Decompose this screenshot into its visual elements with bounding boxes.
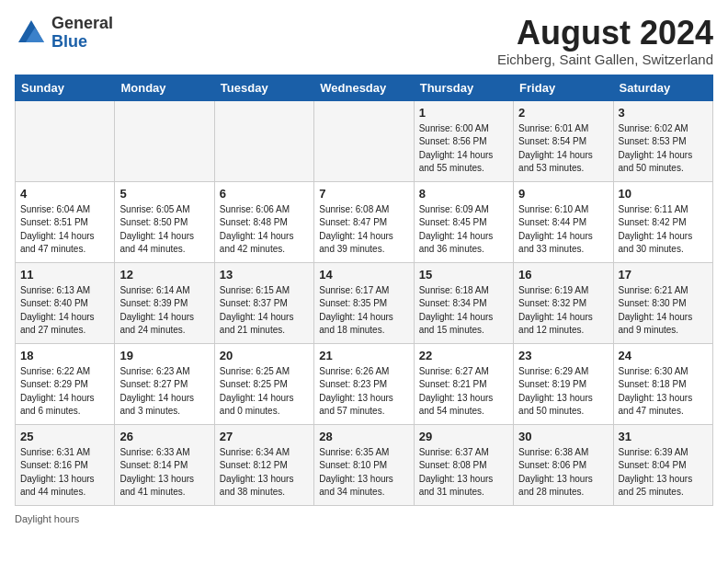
day-number: 22 — [419, 349, 508, 362]
calendar-cell: 30Sunrise: 6:38 AM Sunset: 8:06 PM Dayli… — [514, 424, 613, 505]
calendar-cell: 12Sunrise: 6:14 AM Sunset: 8:39 PM Dayli… — [115, 262, 214, 343]
location-subtitle: Eichberg, Saint Gallen, Switzerland — [497, 52, 713, 67]
day-number: 10 — [619, 187, 708, 201]
day-number: 5 — [119, 187, 209, 201]
day-info: Sunrise: 6:10 AM Sunset: 8:44 PM Dayligh… — [518, 203, 608, 257]
calendar-cell: 16Sunrise: 6:19 AM Sunset: 8:32 PM Dayli… — [514, 262, 613, 343]
day-info: Sunrise: 6:11 AM Sunset: 8:42 PM Dayligh… — [619, 203, 708, 257]
day-info: Sunrise: 6:27 AM Sunset: 8:21 PM Dayligh… — [419, 365, 508, 419]
day-info: Sunrise: 6:29 AM Sunset: 8:19 PM Dayligh… — [518, 365, 608, 419]
day-info: Sunrise: 6:35 AM Sunset: 8:10 PM Dayligh… — [319, 446, 408, 500]
day-info: Sunrise: 6:30 AM Sunset: 8:18 PM Dayligh… — [619, 365, 708, 419]
day-number: 26 — [119, 430, 209, 443]
calendar-cell: 22Sunrise: 6:27 AM Sunset: 8:21 PM Dayli… — [414, 343, 513, 424]
calendar-cell: 21Sunrise: 6:26 AM Sunset: 8:23 PM Dayli… — [314, 343, 414, 424]
day-number: 8 — [419, 187, 508, 201]
day-info: Sunrise: 6:15 AM Sunset: 8:37 PM Dayligh… — [220, 284, 309, 338]
calendar-cell: 14Sunrise: 6:17 AM Sunset: 8:35 PM Dayli… — [314, 262, 414, 343]
calendar-cell: 27Sunrise: 6:34 AM Sunset: 8:12 PM Dayli… — [214, 424, 313, 505]
col-header-sunday: Sunday — [16, 75, 115, 100]
calendar-cell: 19Sunrise: 6:23 AM Sunset: 8:27 PM Dayli… — [115, 343, 214, 424]
day-info: Sunrise: 6:38 AM Sunset: 8:06 PM Dayligh… — [518, 446, 608, 500]
calendar-cell: 15Sunrise: 6:18 AM Sunset: 8:34 PM Dayli… — [414, 262, 513, 343]
day-info: Sunrise: 6:14 AM Sunset: 8:39 PM Dayligh… — [119, 284, 209, 338]
calendar-cell: 11Sunrise: 6:13 AM Sunset: 8:40 PM Dayli… — [16, 262, 115, 343]
day-info: Sunrise: 6:26 AM Sunset: 8:23 PM Dayligh… — [319, 365, 408, 419]
day-number: 3 — [619, 106, 708, 120]
calendar-week-row: 1Sunrise: 6:00 AM Sunset: 8:56 PM Daylig… — [16, 100, 713, 181]
day-info: Sunrise: 6:18 AM Sunset: 8:34 PM Dayligh… — [419, 284, 508, 338]
calendar-cell — [115, 100, 214, 181]
calendar-cell — [16, 100, 115, 181]
day-number: 28 — [319, 430, 408, 443]
day-info: Sunrise: 6:01 AM Sunset: 8:54 PM Dayligh… — [518, 122, 608, 176]
day-number: 27 — [220, 430, 309, 443]
day-number: 21 — [319, 349, 408, 362]
col-header-friday: Friday — [514, 75, 613, 100]
day-info: Sunrise: 6:02 AM Sunset: 8:53 PM Dayligh… — [619, 122, 708, 176]
calendar-cell: 17Sunrise: 6:21 AM Sunset: 8:30 PM Dayli… — [613, 262, 712, 343]
logo: General Blue — [15, 15, 113, 52]
day-number: 23 — [518, 349, 608, 362]
day-number: 24 — [619, 349, 708, 362]
day-info: Sunrise: 6:09 AM Sunset: 8:45 PM Dayligh… — [419, 203, 508, 257]
day-info: Sunrise: 6:22 AM Sunset: 8:29 PM Dayligh… — [20, 365, 109, 419]
day-number: 15 — [419, 268, 508, 282]
day-info: Sunrise: 6:05 AM Sunset: 8:50 PM Dayligh… — [119, 203, 209, 257]
footer: Daylight hours — [15, 513, 713, 524]
day-number: 20 — [220, 349, 309, 362]
calendar-cell: 13Sunrise: 6:15 AM Sunset: 8:37 PM Dayli… — [214, 262, 313, 343]
day-info: Sunrise: 6:00 AM Sunset: 8:56 PM Dayligh… — [419, 122, 508, 176]
calendar-cell: 29Sunrise: 6:37 AM Sunset: 8:08 PM Dayli… — [414, 424, 513, 505]
day-info: Sunrise: 6:21 AM Sunset: 8:30 PM Dayligh… — [619, 284, 708, 338]
calendar-cell: 2Sunrise: 6:01 AM Sunset: 8:54 PM Daylig… — [514, 100, 613, 181]
calendar-cell: 28Sunrise: 6:35 AM Sunset: 8:10 PM Dayli… — [314, 424, 414, 505]
day-info: Sunrise: 6:19 AM Sunset: 8:32 PM Dayligh… — [518, 284, 608, 338]
day-number: 7 — [319, 187, 408, 201]
day-number: 1 — [419, 106, 508, 120]
day-number: 12 — [119, 268, 209, 282]
day-number: 13 — [220, 268, 309, 282]
day-info: Sunrise: 6:13 AM Sunset: 8:40 PM Dayligh… — [20, 284, 109, 338]
calendar-cell: 5Sunrise: 6:05 AM Sunset: 8:50 PM Daylig… — [115, 181, 214, 262]
day-number: 16 — [518, 268, 608, 282]
day-number: 2 — [518, 106, 608, 120]
calendar-week-row: 4Sunrise: 6:04 AM Sunset: 8:51 PM Daylig… — [16, 181, 713, 262]
day-number: 18 — [20, 349, 109, 362]
day-number: 30 — [518, 430, 608, 443]
general-blue-logo-icon — [15, 17, 48, 50]
logo-text: General Blue — [51, 15, 113, 52]
calendar-cell — [214, 100, 313, 181]
calendar-cell: 8Sunrise: 6:09 AM Sunset: 8:45 PM Daylig… — [414, 181, 513, 262]
day-number: 9 — [518, 187, 608, 201]
col-header-monday: Monday — [115, 75, 214, 100]
day-number: 14 — [319, 268, 408, 282]
calendar-table: SundayMondayTuesdayWednesdayThursdayFrid… — [15, 75, 713, 506]
calendar-cell: 31Sunrise: 6:39 AM Sunset: 8:04 PM Dayli… — [613, 424, 712, 505]
day-number: 25 — [20, 430, 109, 443]
logo-blue: Blue — [51, 32, 87, 51]
day-info: Sunrise: 6:39 AM Sunset: 8:04 PM Dayligh… — [619, 446, 708, 500]
footer-text: Daylight hours — [15, 513, 79, 524]
day-info: Sunrise: 6:17 AM Sunset: 8:35 PM Dayligh… — [319, 284, 408, 338]
day-number: 31 — [619, 430, 708, 443]
calendar-cell: 18Sunrise: 6:22 AM Sunset: 8:29 PM Dayli… — [16, 343, 115, 424]
calendar-cell: 4Sunrise: 6:04 AM Sunset: 8:51 PM Daylig… — [16, 181, 115, 262]
col-header-saturday: Saturday — [613, 75, 712, 100]
day-info: Sunrise: 6:37 AM Sunset: 8:08 PM Dayligh… — [419, 446, 508, 500]
day-number: 29 — [419, 430, 508, 443]
calendar-week-row: 11Sunrise: 6:13 AM Sunset: 8:40 PM Dayli… — [16, 262, 713, 343]
calendar-cell: 6Sunrise: 6:06 AM Sunset: 8:48 PM Daylig… — [214, 181, 313, 262]
calendar-cell: 20Sunrise: 6:25 AM Sunset: 8:25 PM Dayli… — [214, 343, 313, 424]
calendar-cell: 23Sunrise: 6:29 AM Sunset: 8:19 PM Dayli… — [514, 343, 613, 424]
day-number: 11 — [20, 268, 109, 282]
col-header-tuesday: Tuesday — [214, 75, 313, 100]
day-number: 4 — [20, 187, 109, 201]
calendar-cell: 24Sunrise: 6:30 AM Sunset: 8:18 PM Dayli… — [613, 343, 712, 424]
calendar-week-row: 25Sunrise: 6:31 AM Sunset: 8:16 PM Dayli… — [16, 424, 713, 505]
calendar-cell: 26Sunrise: 6:33 AM Sunset: 8:14 PM Dayli… — [115, 424, 214, 505]
col-header-thursday: Thursday — [414, 75, 513, 100]
day-number: 6 — [220, 187, 309, 201]
day-info: Sunrise: 6:04 AM Sunset: 8:51 PM Dayligh… — [20, 203, 109, 257]
day-info: Sunrise: 6:34 AM Sunset: 8:12 PM Dayligh… — [220, 446, 309, 500]
